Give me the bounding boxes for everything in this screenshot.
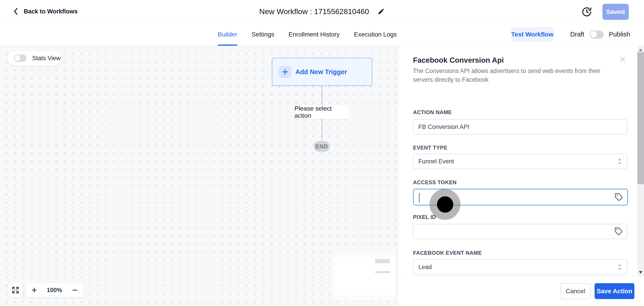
facebook-event-name-label: FACEBOOK EVENT NAME bbox=[413, 250, 482, 256]
add-trigger-label: Add New Trigger bbox=[296, 68, 347, 76]
back-to-workflows-button[interactable]: Back to Workflows bbox=[12, 0, 78, 23]
fit-view-button[interactable] bbox=[8, 283, 22, 297]
action-name-input[interactable] bbox=[413, 119, 628, 135]
tab-execution-logs[interactable]: Execution Logs bbox=[354, 23, 397, 46]
minimap-node-trigger bbox=[375, 259, 390, 263]
pixel-id-label: PIXEL ID bbox=[413, 214, 436, 220]
facebook-event-name-value: Lead bbox=[418, 264, 432, 271]
connector-line-top bbox=[322, 86, 322, 105]
pencil-icon[interactable] bbox=[378, 8, 384, 15]
event-type-select[interactable]: Funnel Event bbox=[413, 154, 628, 169]
zoom-in-button[interactable] bbox=[26, 283, 42, 297]
tab-bar: Builder Settings Enrollment History Exec… bbox=[0, 23, 644, 46]
action-name-label: ACTION NAME bbox=[413, 109, 452, 116]
connector-line-bottom bbox=[322, 119, 322, 141]
stats-view-label: Stats View bbox=[32, 55, 60, 62]
cancel-button[interactable]: Cancel bbox=[560, 283, 590, 299]
panel-title: Facebook Conversion Api bbox=[413, 56, 504, 65]
expand-icon bbox=[12, 286, 19, 294]
panel-description: The Conversions API allows advertisers t… bbox=[413, 67, 616, 84]
scroll-up-arrow-icon[interactable] bbox=[639, 49, 642, 51]
scroll-down-arrow-icon[interactable] bbox=[639, 271, 642, 274]
panel-scrollbar[interactable] bbox=[637, 46, 644, 276]
tab-settings[interactable]: Settings bbox=[252, 23, 274, 46]
stats-view-toggle-knob bbox=[14, 55, 20, 61]
tab-builder[interactable]: Builder bbox=[218, 23, 237, 46]
test-workflow-button[interactable]: Test Workflow bbox=[511, 27, 554, 42]
facebook-event-name-select[interactable]: Lead bbox=[413, 259, 628, 275]
zoom-out-button[interactable] bbox=[67, 283, 83, 297]
end-node: END bbox=[314, 141, 330, 152]
plus-icon bbox=[279, 66, 291, 78]
x-icon bbox=[619, 56, 626, 63]
minimap[interactable] bbox=[333, 252, 396, 299]
zoom-level: 100% bbox=[42, 283, 67, 297]
workflow-canvas[interactable]: Stats View Add New Trigger Please select… bbox=[0, 46, 398, 306]
add-new-trigger-node[interactable]: Add New Trigger bbox=[272, 58, 372, 86]
stats-view-control: Stats View bbox=[8, 51, 62, 65]
text-caret bbox=[419, 193, 420, 202]
event-type-value: Funnel Event bbox=[418, 158, 454, 165]
chevron-up-down-icon bbox=[616, 158, 623, 165]
chevron-up-down-icon bbox=[616, 263, 623, 271]
event-type-label: EVENT TYPE bbox=[413, 145, 447, 151]
publish-toggle-knob bbox=[590, 31, 597, 38]
zoom-controls: 100% bbox=[26, 283, 84, 297]
minimap-node-end bbox=[375, 271, 390, 273]
action-config-panel: Facebook Conversion Api The Conversions … bbox=[398, 46, 644, 306]
pixel-id-input[interactable] bbox=[413, 224, 628, 239]
publish-toggle[interactable] bbox=[590, 31, 604, 39]
tab-enrollment-history[interactable]: Enrollment History bbox=[288, 23, 340, 46]
close-panel-button[interactable] bbox=[618, 54, 628, 64]
scrollbar-thumb[interactable] bbox=[637, 52, 644, 184]
stats-view-toggle[interactable] bbox=[14, 55, 26, 62]
save-action-button[interactable]: Save Action bbox=[594, 283, 634, 299]
tag-icon[interactable] bbox=[615, 193, 623, 201]
history-button[interactable] bbox=[581, 6, 592, 18]
publish-label: Publish bbox=[609, 31, 630, 38]
access-token-label: ACCESS TOKEN bbox=[413, 179, 456, 186]
workflow-title: New Workflow : 1715562810460 bbox=[260, 7, 369, 16]
back-label: Back to Workflows bbox=[24, 8, 78, 15]
draft-label: Draft bbox=[570, 31, 584, 38]
saved-button[interactable]: Saved bbox=[602, 4, 629, 20]
access-token-input[interactable] bbox=[413, 189, 628, 205]
tag-icon[interactable] bbox=[614, 227, 623, 236]
chevron-left-icon bbox=[12, 8, 19, 16]
clock-history-icon bbox=[582, 7, 592, 17]
top-bar: Back to Workflows New Workflow : 1715562… bbox=[0, 0, 644, 23]
panel-footer: Cancel Save Action bbox=[398, 276, 644, 306]
workflow-tabs: Builder Settings Enrollment History Exec… bbox=[218, 23, 397, 46]
please-select-action-node[interactable]: Please select action bbox=[294, 105, 349, 119]
